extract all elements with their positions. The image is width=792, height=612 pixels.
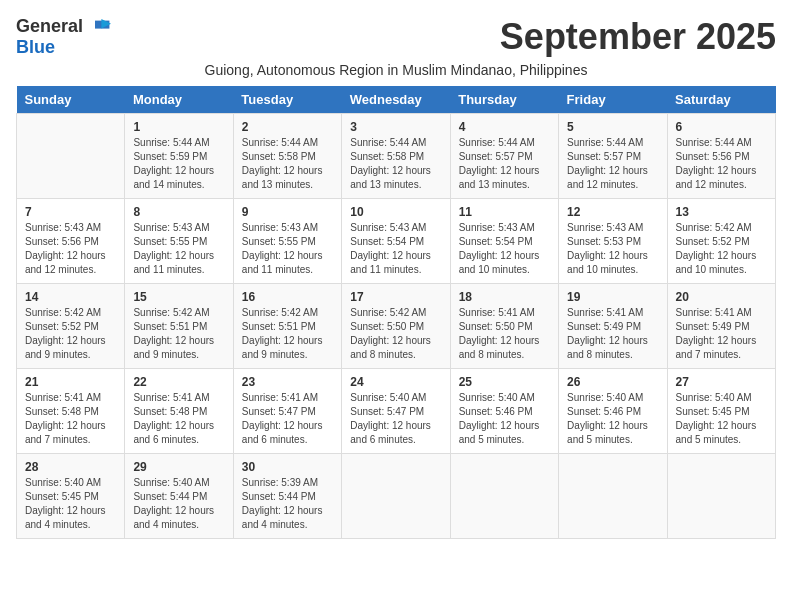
calendar-cell: 15Sunrise: 5:42 AM Sunset: 5:51 PM Dayli… xyxy=(125,284,233,369)
day-number: 23 xyxy=(242,375,333,389)
calendar-cell: 28Sunrise: 5:40 AM Sunset: 5:45 PM Dayli… xyxy=(17,454,125,539)
day-info: Sunrise: 5:42 AM Sunset: 5:50 PM Dayligh… xyxy=(350,306,441,362)
calendar-cell: 16Sunrise: 5:42 AM Sunset: 5:51 PM Dayli… xyxy=(233,284,341,369)
day-header-friday: Friday xyxy=(559,86,667,114)
day-info: Sunrise: 5:41 AM Sunset: 5:47 PM Dayligh… xyxy=(242,391,333,447)
logo-general-text: General xyxy=(16,16,83,37)
day-info: Sunrise: 5:40 AM Sunset: 5:45 PM Dayligh… xyxy=(25,476,116,532)
day-header-wednesday: Wednesday xyxy=(342,86,450,114)
day-number: 2 xyxy=(242,120,333,134)
day-number: 21 xyxy=(25,375,116,389)
calendar-cell: 9Sunrise: 5:43 AM Sunset: 5:55 PM Daylig… xyxy=(233,199,341,284)
day-number: 12 xyxy=(567,205,658,219)
day-number: 17 xyxy=(350,290,441,304)
calendar-cell xyxy=(667,454,775,539)
day-info: Sunrise: 5:41 AM Sunset: 5:48 PM Dayligh… xyxy=(133,391,224,447)
calendar-cell: 27Sunrise: 5:40 AM Sunset: 5:45 PM Dayli… xyxy=(667,369,775,454)
day-number: 27 xyxy=(676,375,767,389)
day-header-sunday: Sunday xyxy=(17,86,125,114)
day-info: Sunrise: 5:44 AM Sunset: 5:56 PM Dayligh… xyxy=(676,136,767,192)
day-number: 16 xyxy=(242,290,333,304)
calendar-cell: 4Sunrise: 5:44 AM Sunset: 5:57 PM Daylig… xyxy=(450,114,558,199)
page-header: General Blue September 2025 xyxy=(16,16,776,58)
calendar-cell: 14Sunrise: 5:42 AM Sunset: 5:52 PM Dayli… xyxy=(17,284,125,369)
day-number: 6 xyxy=(676,120,767,134)
calendar-week-row: 1Sunrise: 5:44 AM Sunset: 5:59 PM Daylig… xyxy=(17,114,776,199)
logo: General Blue xyxy=(16,16,111,58)
day-number: 15 xyxy=(133,290,224,304)
calendar-cell: 22Sunrise: 5:41 AM Sunset: 5:48 PM Dayli… xyxy=(125,369,233,454)
day-number: 24 xyxy=(350,375,441,389)
day-number: 7 xyxy=(25,205,116,219)
calendar-cell: 5Sunrise: 5:44 AM Sunset: 5:57 PM Daylig… xyxy=(559,114,667,199)
calendar-week-row: 28Sunrise: 5:40 AM Sunset: 5:45 PM Dayli… xyxy=(17,454,776,539)
day-info: Sunrise: 5:44 AM Sunset: 5:57 PM Dayligh… xyxy=(567,136,658,192)
day-header-thursday: Thursday xyxy=(450,86,558,114)
day-number: 1 xyxy=(133,120,224,134)
day-info: Sunrise: 5:44 AM Sunset: 5:57 PM Dayligh… xyxy=(459,136,550,192)
day-header-tuesday: Tuesday xyxy=(233,86,341,114)
day-info: Sunrise: 5:40 AM Sunset: 5:45 PM Dayligh… xyxy=(676,391,767,447)
day-info: Sunrise: 5:41 AM Sunset: 5:49 PM Dayligh… xyxy=(567,306,658,362)
day-info: Sunrise: 5:44 AM Sunset: 5:58 PM Dayligh… xyxy=(350,136,441,192)
days-header-row: SundayMondayTuesdayWednesdayThursdayFrid… xyxy=(17,86,776,114)
calendar-cell: 11Sunrise: 5:43 AM Sunset: 5:54 PM Dayli… xyxy=(450,199,558,284)
day-info: Sunrise: 5:43 AM Sunset: 5:54 PM Dayligh… xyxy=(459,221,550,277)
logo-icon xyxy=(87,17,111,37)
day-number: 22 xyxy=(133,375,224,389)
day-number: 20 xyxy=(676,290,767,304)
calendar-cell: 19Sunrise: 5:41 AM Sunset: 5:49 PM Dayli… xyxy=(559,284,667,369)
calendar-cell: 3Sunrise: 5:44 AM Sunset: 5:58 PM Daylig… xyxy=(342,114,450,199)
day-info: Sunrise: 5:41 AM Sunset: 5:48 PM Dayligh… xyxy=(25,391,116,447)
calendar-cell: 8Sunrise: 5:43 AM Sunset: 5:55 PM Daylig… xyxy=(125,199,233,284)
day-info: Sunrise: 5:40 AM Sunset: 5:47 PM Dayligh… xyxy=(350,391,441,447)
day-info: Sunrise: 5:39 AM Sunset: 5:44 PM Dayligh… xyxy=(242,476,333,532)
calendar-cell: 1Sunrise: 5:44 AM Sunset: 5:59 PM Daylig… xyxy=(125,114,233,199)
day-info: Sunrise: 5:42 AM Sunset: 5:52 PM Dayligh… xyxy=(676,221,767,277)
calendar-cell: 26Sunrise: 5:40 AM Sunset: 5:46 PM Dayli… xyxy=(559,369,667,454)
calendar-cell xyxy=(17,114,125,199)
day-info: Sunrise: 5:41 AM Sunset: 5:50 PM Dayligh… xyxy=(459,306,550,362)
day-header-monday: Monday xyxy=(125,86,233,114)
logo-blue-text: Blue xyxy=(16,37,55,58)
calendar-week-row: 21Sunrise: 5:41 AM Sunset: 5:48 PM Dayli… xyxy=(17,369,776,454)
calendar-cell xyxy=(450,454,558,539)
subtitle: Guiong, Autonomous Region in Muslim Mind… xyxy=(16,62,776,78)
day-info: Sunrise: 5:40 AM Sunset: 5:46 PM Dayligh… xyxy=(567,391,658,447)
calendar-cell: 13Sunrise: 5:42 AM Sunset: 5:52 PM Dayli… xyxy=(667,199,775,284)
day-number: 19 xyxy=(567,290,658,304)
day-info: Sunrise: 5:42 AM Sunset: 5:51 PM Dayligh… xyxy=(133,306,224,362)
day-info: Sunrise: 5:43 AM Sunset: 5:55 PM Dayligh… xyxy=(242,221,333,277)
day-number: 30 xyxy=(242,460,333,474)
day-number: 8 xyxy=(133,205,224,219)
calendar-cell: 21Sunrise: 5:41 AM Sunset: 5:48 PM Dayli… xyxy=(17,369,125,454)
calendar-cell: 23Sunrise: 5:41 AM Sunset: 5:47 PM Dayli… xyxy=(233,369,341,454)
day-number: 10 xyxy=(350,205,441,219)
day-number: 18 xyxy=(459,290,550,304)
calendar-cell xyxy=(559,454,667,539)
calendar-cell: 25Sunrise: 5:40 AM Sunset: 5:46 PM Dayli… xyxy=(450,369,558,454)
calendar-cell: 24Sunrise: 5:40 AM Sunset: 5:47 PM Dayli… xyxy=(342,369,450,454)
day-info: Sunrise: 5:40 AM Sunset: 5:44 PM Dayligh… xyxy=(133,476,224,532)
day-info: Sunrise: 5:43 AM Sunset: 5:54 PM Dayligh… xyxy=(350,221,441,277)
calendar-cell xyxy=(342,454,450,539)
day-header-saturday: Saturday xyxy=(667,86,775,114)
day-info: Sunrise: 5:44 AM Sunset: 5:58 PM Dayligh… xyxy=(242,136,333,192)
calendar-week-row: 7Sunrise: 5:43 AM Sunset: 5:56 PM Daylig… xyxy=(17,199,776,284)
calendar-week-row: 14Sunrise: 5:42 AM Sunset: 5:52 PM Dayli… xyxy=(17,284,776,369)
day-info: Sunrise: 5:41 AM Sunset: 5:49 PM Dayligh… xyxy=(676,306,767,362)
calendar-cell: 6Sunrise: 5:44 AM Sunset: 5:56 PM Daylig… xyxy=(667,114,775,199)
calendar-cell: 18Sunrise: 5:41 AM Sunset: 5:50 PM Dayli… xyxy=(450,284,558,369)
day-number: 5 xyxy=(567,120,658,134)
day-number: 29 xyxy=(133,460,224,474)
day-number: 9 xyxy=(242,205,333,219)
calendar-cell: 10Sunrise: 5:43 AM Sunset: 5:54 PM Dayli… xyxy=(342,199,450,284)
day-number: 11 xyxy=(459,205,550,219)
day-info: Sunrise: 5:42 AM Sunset: 5:51 PM Dayligh… xyxy=(242,306,333,362)
calendar-cell: 20Sunrise: 5:41 AM Sunset: 5:49 PM Dayli… xyxy=(667,284,775,369)
day-info: Sunrise: 5:40 AM Sunset: 5:46 PM Dayligh… xyxy=(459,391,550,447)
month-title: September 2025 xyxy=(500,16,776,58)
calendar-cell: 29Sunrise: 5:40 AM Sunset: 5:44 PM Dayli… xyxy=(125,454,233,539)
day-info: Sunrise: 5:42 AM Sunset: 5:52 PM Dayligh… xyxy=(25,306,116,362)
calendar-cell: 2Sunrise: 5:44 AM Sunset: 5:58 PM Daylig… xyxy=(233,114,341,199)
